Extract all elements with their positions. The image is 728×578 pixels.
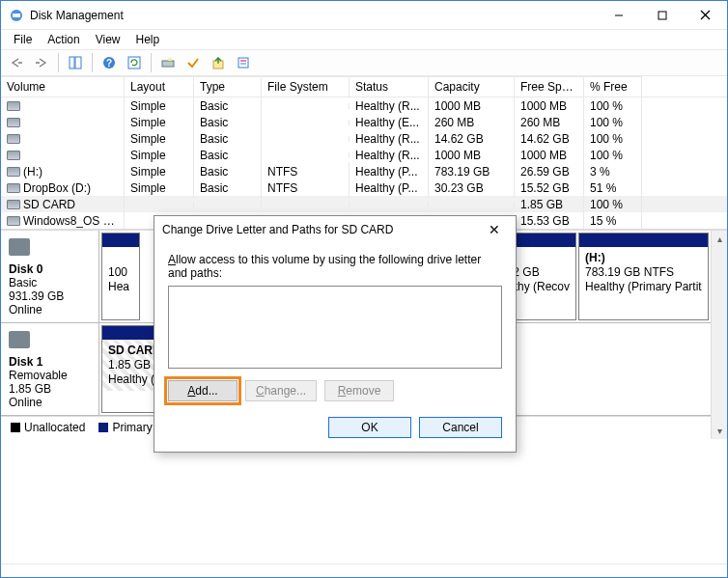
forward-button[interactable]: [30, 52, 53, 73]
properties-button[interactable]: [232, 52, 255, 73]
window-controls: [597, 1, 727, 29]
partition[interactable]: 100 Hea: [101, 233, 140, 320]
cell-fs: [262, 103, 350, 109]
col-volume[interactable]: Volume: [1, 76, 125, 96]
minimize-button[interactable]: [597, 1, 640, 29]
swatch-unallocated: [11, 423, 20, 432]
cell-fs: [262, 152, 350, 158]
menu-view[interactable]: View: [89, 31, 127, 48]
dialog-button-row-1: Add... Change... Remove: [168, 380, 502, 401]
cell-volume: Windows8_OS (C:): [1, 211, 125, 230]
table-row[interactable]: DropBox (D:)SimpleBasicNTFSHealthy (P...…: [1, 179, 727, 196]
disk-type: Removable: [9, 369, 68, 382]
disk-name: Disk 0: [9, 262, 42, 276]
disk-size: 1.85 GB: [9, 382, 51, 396]
col-freespace[interactable]: Free Spa...: [515, 76, 584, 96]
cell-capacity: [429, 202, 515, 207]
col-layout[interactable]: Layout: [125, 76, 194, 96]
cell-capacity: 30.23 GB: [429, 179, 515, 198]
refresh-button[interactable]: [123, 52, 146, 73]
ok-button[interactable]: OK: [328, 417, 411, 438]
table-body: SimpleBasicHealthy (R...1000 MB1000 MB10…: [1, 97, 727, 229]
table-row[interactable]: SimpleBasicHealthy (R...1000 MB1000 MB10…: [1, 97, 727, 114]
separator: [92, 53, 93, 72]
close-button[interactable]: [684, 1, 727, 29]
dialog-body: Allow access to this volume by using the…: [154, 243, 516, 452]
volume-icon: [7, 118, 20, 127]
remove-button: Remove: [324, 380, 394, 401]
dialog-close-button[interactable]: ✕: [481, 222, 508, 237]
disk-icon: [9, 238, 30, 256]
maximize-button[interactable]: [640, 1, 684, 29]
separator: [151, 53, 152, 72]
cell-fs: [262, 202, 350, 207]
partition-status: Hea: [108, 280, 129, 293]
volume-icon: [7, 167, 20, 177]
col-pctfree[interactable]: % Free: [584, 76, 642, 96]
back-button[interactable]: [5, 52, 28, 73]
col-filesystem[interactable]: File System: [262, 76, 350, 96]
menu-help[interactable]: Help: [129, 31, 167, 48]
paths-listbox[interactable]: [168, 286, 502, 369]
table-header: Volume Layout Type File System Status Ca…: [1, 76, 727, 97]
dialog-title: Change Drive Letter and Paths for SD CAR…: [162, 223, 481, 236]
disk-type: Basic: [9, 276, 37, 289]
table-row[interactable]: SD CARD1.85 GB100 %: [1, 196, 727, 212]
cell-type: Basic: [194, 179, 262, 198]
svg-rect-11: [162, 61, 174, 67]
volume-icon: [7, 183, 20, 193]
table-row[interactable]: SimpleBasicHealthy (R...14.62 GB14.62 GB…: [1, 130, 727, 147]
disk-0-header[interactable]: Disk 0 Basic 931.39 GB Online: [1, 231, 99, 322]
cell-fs: [262, 120, 350, 125]
menu-action[interactable]: Action: [41, 31, 86, 48]
volume-icon: [7, 151, 20, 160]
menubar: File Action View Help: [1, 30, 727, 49]
svg-text:?: ?: [106, 58, 112, 69]
svg-rect-10: [128, 57, 140, 69]
action-up-button[interactable]: [207, 52, 230, 73]
help-button[interactable]: ?: [98, 52, 121, 73]
cell-type: [194, 202, 262, 207]
titlebar: Disk Management: [1, 1, 727, 30]
partition[interactable]: (H:) 783.19 GB NTFS Healthy (Primary Par…: [578, 233, 709, 320]
cell-free: 15.53 GB: [515, 211, 584, 230]
window-title: Disk Management: [30, 9, 597, 22]
cell-status: Healthy (P...: [350, 179, 429, 198]
scroll-up-button[interactable]: ▴: [712, 231, 727, 247]
svg-rect-14: [238, 58, 248, 68]
scroll-down-button[interactable]: ▾: [712, 423, 727, 439]
cell-layout: [125, 202, 194, 207]
add-button[interactable]: Add...: [168, 380, 238, 401]
volume-icon: [7, 101, 20, 111]
scrollbar[interactable]: ▴ ▾: [711, 231, 727, 439]
disk-size: 931.39 GB: [9, 289, 64, 303]
svg-rect-12: [168, 58, 172, 61]
rescan-button[interactable]: [156, 52, 180, 73]
table-row[interactable]: (H:)SimpleBasicNTFSHealthy (P...783.19 G…: [1, 163, 727, 179]
cell-fs: [262, 136, 350, 142]
statusbar: [1, 564, 727, 577]
col-status[interactable]: Status: [350, 76, 429, 96]
show-hide-button[interactable]: [64, 52, 87, 73]
table-row[interactable]: SimpleBasicHealthy (R...1000 MB1000 MB10…: [1, 147, 727, 163]
cancel-button[interactable]: Cancel: [419, 417, 502, 438]
partition-bar: [579, 234, 708, 247]
svg-rect-1: [13, 14, 20, 17]
app-icon: [9, 8, 24, 23]
menu-file[interactable]: File: [7, 31, 39, 48]
table-row[interactable]: SimpleBasicHealthy (E...260 MB260 MB100 …: [1, 114, 727, 130]
disk-name: Disk 1: [9, 355, 42, 369]
action-check-button[interactable]: [182, 52, 205, 73]
dialog-label: Allow access to this volume by using the…: [168, 253, 502, 280]
change-button: Change...: [245, 380, 317, 401]
toolbar: ?: [1, 49, 727, 76]
cell-status: [350, 202, 429, 207]
col-type[interactable]: Type: [194, 76, 262, 96]
svg-rect-6: [70, 57, 74, 69]
swatch-primary: [98, 423, 108, 432]
dialog-titlebar: Change Drive Letter and Paths for SD CAR…: [154, 216, 516, 243]
col-capacity[interactable]: Capacity: [429, 76, 515, 96]
legend-unallocated: Unallocated: [11, 421, 85, 434]
separator: [58, 53, 59, 72]
disk-1-header[interactable]: Disk 1 Removable 1.85 GB Online: [1, 323, 99, 415]
